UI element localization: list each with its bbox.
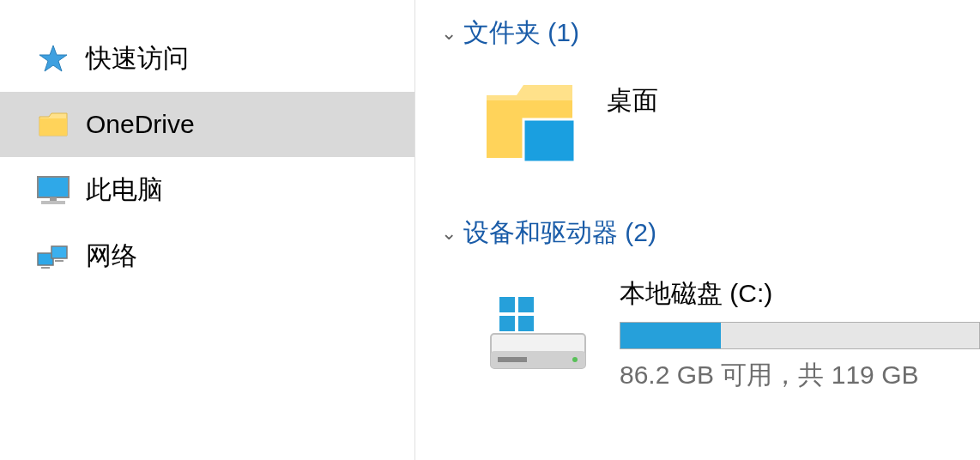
folder-icon: [36, 107, 70, 142]
star-icon: [36, 42, 70, 76]
network-icon: [36, 239, 70, 274]
chevron-down-icon: ⌄: [441, 222, 457, 245]
sidebar-item-this-pc[interactable]: 此电脑: [0, 157, 414, 223]
desktop-folder-icon: [482, 76, 581, 171]
svg-rect-7: [55, 260, 64, 262]
monitor-icon: [36, 173, 70, 208]
drive-icon: [482, 287, 594, 381]
svg-rect-13: [499, 297, 515, 312]
drive-item-local-c[interactable]: 本地磁盘 (C:) 86.2 GB 可用，共 119 GB: [441, 266, 980, 393]
section-header-folders[interactable]: ⌄ 文件夹 (1): [441, 15, 980, 51]
svg-rect-1: [38, 177, 69, 197]
main-content: ⌄ 文件夹 (1) 桌面 ⌄ 设备和驱动器 (2): [415, 0, 980, 460]
section-title: 设备和驱动器 (2): [463, 215, 656, 251]
svg-rect-15: [499, 316, 515, 331]
svg-rect-8: [523, 119, 575, 162]
svg-rect-3: [50, 197, 57, 201]
folder-item-desktop[interactable]: 桌面: [441, 66, 658, 181]
sidebar-item-label: 快速访问: [86, 41, 189, 76]
svg-rect-14: [518, 297, 534, 312]
section-title: 文件夹 (1): [463, 15, 579, 51]
drive-info: 本地磁盘 (C:) 86.2 GB 可用，共 119 GB: [620, 276, 980, 393]
section-header-devices[interactable]: ⌄ 设备和驱动器 (2): [441, 215, 980, 251]
drive-size-text: 86.2 GB 可用，共 119 GB: [620, 358, 980, 393]
drive-usage-bar: [620, 322, 980, 349]
sidebar-nav: 快速访问 OneDrive 此电脑: [0, 0, 415, 460]
folder-label: 桌面: [607, 83, 658, 118]
drive-name: 本地磁盘 (C:): [620, 276, 980, 312]
sidebar-item-onedrive[interactable]: OneDrive: [0, 92, 414, 157]
sidebar-item-label: 此电脑: [86, 172, 163, 208]
sidebar-item-label: OneDrive: [86, 110, 195, 139]
sidebar-item-label: 网络: [86, 239, 137, 274]
svg-rect-5: [51, 246, 67, 258]
svg-rect-11: [498, 357, 527, 362]
drive-usage-fill: [620, 323, 721, 348]
sidebar-item-network[interactable]: 网络: [0, 223, 414, 289]
svg-rect-6: [41, 267, 50, 269]
sidebar-item-quick-access[interactable]: 快速访问: [0, 26, 414, 92]
svg-rect-2: [41, 201, 65, 204]
svg-point-12: [572, 357, 578, 362]
chevron-down-icon: ⌄: [441, 22, 457, 45]
svg-marker-0: [39, 45, 67, 71]
svg-rect-16: [518, 316, 534, 331]
